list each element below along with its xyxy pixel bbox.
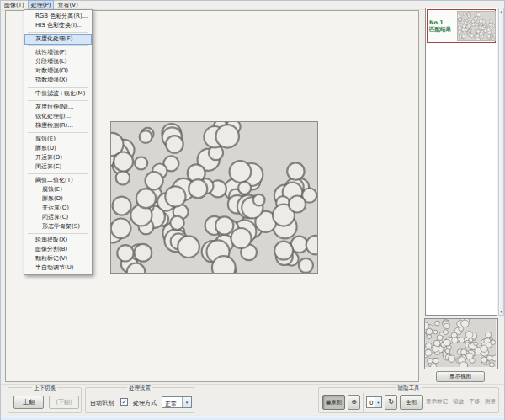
zoom-level-spinner[interactable]: 0 ▾ bbox=[366, 396, 382, 408]
fit-view-button[interactable]: 全图 bbox=[400, 395, 423, 410]
menu-item[interactable]: 开运算(O) bbox=[25, 204, 91, 213]
menu-item[interactable]: 分段增强(L) bbox=[25, 57, 91, 66]
menu-item[interactable]: 锐化处理(J)... bbox=[25, 112, 91, 121]
prev-image-button[interactable]: 上翻 bbox=[13, 396, 44, 409]
menu-separator bbox=[28, 233, 88, 234]
menu-item[interactable]: 膨胀(D) bbox=[25, 144, 91, 153]
mode-select-value: 正常 bbox=[165, 400, 177, 408]
menu-item[interactable]: HIS 色彩变换(I)... bbox=[25, 21, 91, 30]
refresh-button[interactable]: ↻ bbox=[385, 395, 397, 410]
menu-item[interactable]: 颗粒标记(V) bbox=[25, 254, 91, 263]
menu-separator bbox=[28, 173, 88, 174]
zoom-in-button[interactable]: ⊕ bbox=[348, 395, 360, 410]
menu-item[interactable]: 对数增强(O) bbox=[25, 66, 91, 76]
result-list-item-selected[interactable]: No.1 匹配结果 bbox=[427, 9, 496, 43]
auto-detect-checkbox[interactable]: ✓ bbox=[120, 398, 128, 406]
auto-detect-label: 自动识别 bbox=[90, 399, 114, 407]
menu-item[interactable]: 闭运算(C) bbox=[25, 162, 91, 172]
menu-item[interactable]: 形态学骨架(S) bbox=[25, 222, 91, 231]
specimen-image bbox=[111, 122, 317, 273]
mode-select[interactable]: 正常 ▾ bbox=[162, 396, 192, 408]
menu-separator bbox=[28, 87, 88, 88]
nav-group: 上下切换 上翻 (下翻) bbox=[8, 387, 82, 413]
menu-item[interactable]: 图像分割(B) bbox=[25, 245, 91, 254]
toolbar-divider bbox=[363, 393, 364, 412]
window-frame-bottom bbox=[1, 415, 504, 420]
scroll-up-icon[interactable]: ▴ bbox=[499, 9, 503, 13]
nav-group-label: 上下切换 bbox=[32, 385, 57, 392]
preview-thumbnail[interactable] bbox=[425, 319, 497, 369]
zoom-level-value: 0 bbox=[369, 400, 373, 407]
bottom-toolbar: 上下切换 上翻 (下翻) 处理设置 自动识别 ✓ 处理方式 正常 ▾ 开始处理 … bbox=[1, 384, 504, 415]
result-item-thumbnail bbox=[458, 12, 495, 40]
result-item-text: No.1 匹配结果 bbox=[428, 19, 458, 33]
menu-separator bbox=[28, 45, 88, 46]
process-group-label: 处理设置 bbox=[127, 385, 152, 392]
refresh-icon: ↻ bbox=[388, 398, 394, 406]
menu-item[interactable]: 中值滤波+锐化(M) bbox=[25, 89, 91, 98]
view-mode-label-2[interactable]: 平移 bbox=[469, 398, 480, 406]
menu-separator bbox=[28, 100, 88, 101]
zoom-in-icon: ⊕ bbox=[351, 398, 357, 406]
menu-item[interactable]: 梯度检测(R)... bbox=[25, 121, 91, 130]
mode-label: 处理方式 bbox=[133, 399, 157, 407]
chevron-down-icon[interactable]: ▾ bbox=[182, 397, 191, 407]
menu-item[interactable]: RGB 色彩分离(R)... bbox=[25, 12, 91, 21]
menu-item[interactable]: 闭运算(C) bbox=[25, 213, 91, 222]
show-view-button[interactable]: 显示视图 bbox=[436, 371, 485, 382]
scroll-down-icon[interactable]: ▾ bbox=[499, 310, 503, 314]
result-item-index: No.1 bbox=[429, 19, 458, 26]
chevron-down-icon[interactable]: ▾ bbox=[375, 397, 381, 407]
view-mode-label-0[interactable]: 显示标记 bbox=[426, 398, 448, 406]
menu-item[interactable]: 灰度化处理(F)... bbox=[25, 35, 91, 44]
original-image-toggle-label: 原图 bbox=[331, 399, 342, 406]
menu-item[interactable]: 膨胀(D) bbox=[25, 194, 91, 204]
menu-item[interactable]: 半自动调节(U) bbox=[25, 263, 91, 273]
menu-item[interactable]: 线性增强(F) bbox=[25, 48, 91, 57]
next-image-button[interactable]: (下翻) bbox=[49, 396, 79, 409]
menu-separator bbox=[28, 32, 88, 33]
menu-item[interactable]: 轮廓提取(X) bbox=[25, 236, 91, 245]
original-image-toggle[interactable]: ▦原图 bbox=[322, 395, 345, 410]
menu-item[interactable]: 腐蚀(E) bbox=[25, 135, 91, 144]
view-mode-labels: 显示标记缩放平移测量 bbox=[426, 398, 496, 406]
aux-tools-group: 辅助工具 ▦原图 ⊕ 0 ▾ ↻ 全图 显示标记缩放平移测量 bbox=[318, 387, 499, 413]
result-item-status: 匹配结果 bbox=[429, 26, 458, 33]
menu-item[interactable]: 腐蚀(E) bbox=[25, 185, 91, 194]
menu-separator bbox=[28, 132, 88, 133]
menu-item[interactable]: 指数增强(X) bbox=[25, 76, 91, 85]
result-list[interactable]: No.1 匹配结果 bbox=[425, 8, 497, 316]
menu-item[interactable]: 阈值二值化(T) bbox=[25, 176, 91, 185]
process-settings-group: 处理设置 自动识别 ✓ 处理方式 正常 ▾ bbox=[85, 387, 194, 413]
list-scrollbar[interactable]: ▴ ▾ bbox=[498, 8, 504, 316]
process-settings-row: 自动识别 ✓ 处理方式 正常 ▾ bbox=[86, 396, 194, 408]
process-menu-popup: RGB 色彩分离(R)...HIS 色彩变换(I)...灰度化处理(F)...线… bbox=[24, 9, 93, 275]
aux-group-label: 辅助工具 bbox=[396, 385, 422, 392]
app-window: 图像(T) 处理(P) 查看(V) RGB 色彩分离(R)...HIS 色彩变换… bbox=[0, 0, 505, 420]
view-mode-label-3[interactable]: 测量 bbox=[485, 398, 496, 406]
menu-item[interactable]: 灰度拉伸(N)... bbox=[25, 103, 91, 112]
menu-item[interactable]: 开运算(O) bbox=[25, 153, 91, 162]
view-mode-label-1[interactable]: 缩放 bbox=[453, 398, 464, 406]
